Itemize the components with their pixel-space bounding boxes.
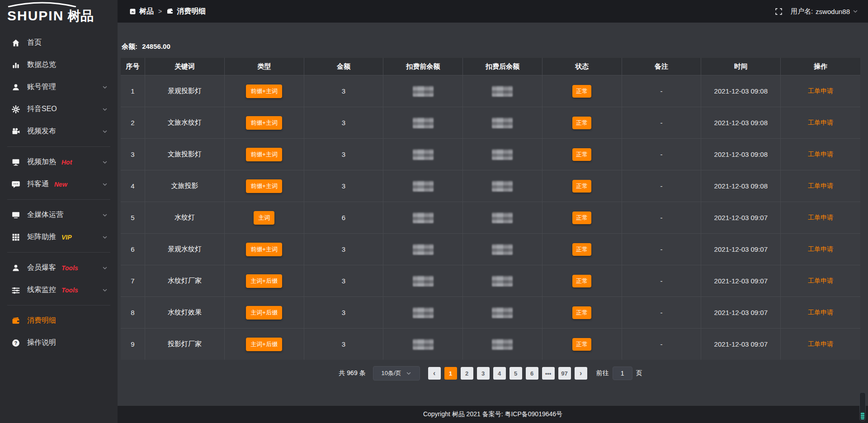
table-row: 1景观投影灯前缀+主词3正常-2021-12-03 09:08工单申请: [121, 75, 860, 107]
masked-value: [413, 149, 434, 160]
page-button-3[interactable]: 3: [477, 367, 490, 380]
logo-arc: [6, 2, 78, 7]
ticket-request-link[interactable]: 工单申请: [808, 340, 833, 348]
cell-remark: -: [622, 170, 702, 202]
sidebar-item-0[interactable]: 首页: [0, 32, 118, 54]
breadcrumb-item-current[interactable]: 消费明细: [166, 7, 206, 16]
cell-amount: 3: [304, 107, 384, 138]
sidebar-item-9[interactable]: 全媒体运营: [0, 204, 118, 226]
column-header: 状态: [542, 58, 622, 75]
cell-index: 5: [121, 202, 145, 233]
cell-index: 9: [121, 329, 145, 360]
user-label: 用户名:: [791, 7, 813, 16]
status-badge: 正常: [572, 338, 591, 351]
page-button-2[interactable]: 2: [461, 367, 473, 380]
masked-value: [492, 339, 513, 350]
cell-pre-balance: [383, 202, 463, 233]
user-icon: [11, 82, 21, 92]
cell-remark: -: [622, 329, 702, 360]
cell-action: 工单申请: [781, 202, 860, 233]
goto-page-input[interactable]: [613, 367, 632, 380]
cell-index: 4: [121, 170, 145, 202]
goto-label: 前往: [596, 369, 609, 377]
ticket-request-link[interactable]: 工单申请: [808, 214, 833, 222]
ticket-request-link[interactable]: 工单申请: [808, 182, 833, 190]
cell-keyword: 水纹灯厂家: [145, 265, 225, 296]
cell-remark: -: [622, 75, 702, 107]
sidebar-item-3[interactable]: 抖音SEO: [0, 98, 118, 120]
sidebar-item-2[interactable]: 账号管理: [0, 76, 118, 98]
chevron-down-icon: [102, 129, 108, 134]
mini-scrollbar[interactable]: [859, 392, 866, 421]
table-row: 6景观水纹灯前缀+主词3正常-2021-12-03 09:07工单申请: [121, 233, 860, 265]
breadcrumb-item-home[interactable]: 树品: [129, 7, 154, 16]
page-button-97[interactable]: 97: [558, 367, 571, 380]
cell-type: 主词+后缀: [225, 297, 304, 328]
sidebar-item-4[interactable]: 视频发布: [0, 120, 118, 142]
total-count: 共 969 条: [339, 369, 365, 377]
sidebar-item-10[interactable]: 矩阵助推VIP: [0, 226, 118, 248]
page-ellipsis-button[interactable]: •••: [542, 367, 555, 380]
chevron-down-icon: [102, 107, 108, 112]
cell-status: 正常: [542, 265, 622, 296]
sidebar-item-label: 全媒体运营: [27, 210, 63, 220]
sidebar-item-16[interactable]: ?操作说明: [0, 332, 118, 354]
sidebar-item-1[interactable]: 数据总览: [0, 54, 118, 76]
ticket-request-link[interactable]: 工单申请: [808, 245, 833, 254]
wallet-icon: [166, 8, 174, 15]
type-tag: 前缀+主词: [246, 179, 282, 193]
ticket-request-link[interactable]: 工单申请: [808, 87, 833, 95]
user-menu[interactable]: 用户名: zswodun88: [791, 7, 858, 16]
fullscreen-icon[interactable]: [775, 8, 783, 15]
masked-value: [413, 118, 434, 128]
page-size-select[interactable]: 10条/页: [373, 366, 420, 381]
cell-index: 3: [121, 139, 145, 170]
ticket-request-link[interactable]: 工单申请: [808, 309, 833, 317]
brand-name-en: SHUPIN: [7, 9, 64, 23]
ticket-request-link[interactable]: 工单申请: [808, 150, 833, 159]
cell-index: 1: [121, 75, 145, 107]
next-page-button[interactable]: ›: [575, 367, 587, 380]
sidebar-item-13[interactable]: 线索监控Tools: [0, 279, 118, 301]
column-header: 类型: [225, 58, 304, 75]
page-button-4[interactable]: 4: [493, 367, 506, 380]
cell-amount: 3: [304, 329, 384, 360]
cell-amount: 3: [304, 139, 384, 170]
sidebar-item-15[interactable]: 消费明细: [0, 310, 118, 332]
brand-logo[interactable]: SHUPIN 树品: [0, 0, 118, 25]
sidebar-item-label: 操作说明: [27, 338, 56, 348]
cell-action: 工单申请: [781, 329, 860, 360]
type-tag: 主词+后缀: [246, 306, 282, 320]
sidebar-item-12[interactable]: 会员爆客Tools: [0, 257, 118, 279]
column-header: 金额: [304, 58, 384, 75]
page-button-5[interactable]: 5: [509, 367, 522, 380]
cell-pre-balance: [383, 234, 463, 265]
cell-post-balance: [463, 329, 542, 360]
cell-amount: 3: [304, 234, 384, 265]
cell-post-balance: [463, 139, 542, 170]
sidebar-item-label: 首页: [27, 38, 42, 47]
sidebar-item-7[interactable]: 抖客通New: [0, 173, 118, 195]
page-button-1[interactable]: 1: [444, 367, 457, 380]
cell-remark: -: [622, 139, 702, 170]
sidebar-item-badge: VIP: [61, 234, 72, 241]
cell-type: 主词: [225, 202, 304, 233]
cell-keyword: 水纹灯: [145, 202, 225, 233]
ticket-request-link[interactable]: 工单申请: [808, 277, 833, 285]
cell-post-balance: [463, 170, 542, 202]
masked-value: [413, 276, 434, 287]
sidebar-item-6[interactable]: 视频加热Hot: [0, 151, 118, 173]
scrollbar-stripes: [861, 412, 864, 419]
page-button-6[interactable]: 6: [526, 367, 538, 380]
cell-status: 正常: [542, 107, 622, 138]
cell-status: 正常: [542, 329, 622, 360]
chevron-down-icon: [102, 85, 108, 90]
goto-page: 前往 页: [596, 367, 642, 380]
cell-time: 2021-12-03 09:07: [701, 234, 781, 265]
cell-amount: 3: [304, 265, 384, 296]
cell-remark: -: [622, 202, 702, 233]
cell-keyword: 文旅投影灯: [145, 139, 225, 170]
prev-page-button[interactable]: ‹: [428, 367, 441, 380]
ticket-request-link[interactable]: 工单申请: [808, 119, 833, 127]
home-icon: [11, 38, 21, 48]
